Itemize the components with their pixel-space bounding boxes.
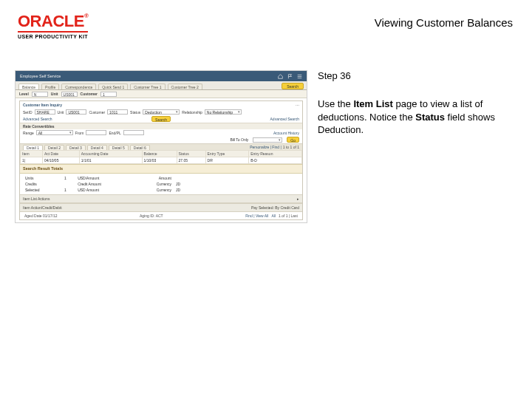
account-history-link[interactable]: Account History	[273, 131, 299, 135]
grid-controls: Bill To Only Go	[20, 136, 302, 143]
col-balance: Balance	[142, 151, 177, 157]
to-label: End/PL	[109, 131, 120, 135]
unit2-label: Unit	[58, 110, 64, 115]
detail-tab-6[interactable]: Detail 6	[130, 145, 150, 150]
status-dropdown[interactable]: Deduction	[143, 109, 180, 115]
from-label: From	[75, 131, 84, 135]
personalize-link[interactable]: Personalize | Find |	[250, 145, 282, 150]
flag-icon[interactable]	[287, 74, 293, 79]
convertibles-head: Rate Convertibles	[20, 123, 302, 129]
setid-input[interactable]: SHARE	[35, 109, 55, 115]
billto-label: Bill To Only	[230, 137, 248, 142]
search-button[interactable]: Search	[282, 83, 304, 89]
detail-tab-3[interactable]: Detail 3	[66, 145, 86, 150]
tab-custtree2[interactable]: Customer Tree 2	[168, 83, 202, 89]
inquiry-panel: Customer Item Inquiry ⋯ SetID SHARE Unit…	[19, 100, 303, 220]
aging-id: Aging ID: ACT	[140, 214, 163, 218]
detail-tabstrip: Detail 1 Detail 2 Detail 3 Detail 4 Deta…	[20, 143, 302, 150]
customer-label: Customer	[81, 92, 98, 96]
detail-tab-1[interactable]: Detail 1	[23, 145, 43, 150]
level-label: Level	[19, 92, 29, 96]
aging-bar: Aged Date 01/17/12 Aging ID: ACT Find | …	[20, 212, 302, 219]
adv-search-link-2[interactable]: Advanced Search	[270, 117, 299, 121]
unit-label: Unit	[51, 92, 58, 96]
table-header-row: Item Act Date Accounting Date Balance St…	[21, 151, 302, 157]
go-button[interactable]: Go	[287, 137, 299, 143]
billto-dropdown[interactable]	[253, 137, 282, 143]
tab-quicksend[interactable]: Quick Send 1	[98, 83, 128, 89]
customer-field[interactable]: 1	[100, 92, 117, 97]
status-label: Status	[130, 110, 140, 115]
logo-block: ORACLE® USER PRODUCTIVITY KIT	[18, 13, 88, 39]
range-dropdown[interactable]: All	[36, 130, 73, 135]
panel-right: ⋯	[296, 103, 299, 107]
tab-custtree1[interactable]: Customer Tree 1	[130, 83, 165, 89]
all-link[interactable]: All	[271, 214, 276, 218]
inquiry-title: Customer Item Inquiry	[23, 103, 62, 107]
detail-tab-2[interactable]: Detail 2	[44, 145, 64, 150]
ss-tabstrip: Balance Profile Correspondence Quick Sen…	[16, 81, 307, 90]
section-itemlist[interactable]: Item List Actions▸	[20, 194, 302, 203]
context-bar: Level N Unit US001 Customer 1	[16, 90, 307, 98]
range-label: Range	[23, 131, 34, 135]
pager-text: 1 of 1 | Last	[279, 214, 298, 218]
table-row[interactable]: 1| 04/10/05 1/1/01 1/10/03 27.05 DR B-D	[21, 157, 302, 164]
section-itemaction: Item Action/Credit/Debit Pay Selected: B…	[20, 203, 302, 212]
unit2-input[interactable]: US001	[66, 109, 86, 115]
col-status: Status	[177, 151, 205, 157]
tab-balance[interactable]: Balance	[18, 83, 39, 89]
results-head: Search Result Totals	[20, 164, 302, 174]
oracle-logo: ORACLE®	[18, 13, 88, 30]
filter-row-2: Advanced Search Search Advanced Search	[20, 115, 302, 123]
tab-correspondence[interactable]: Correspondence	[61, 83, 96, 89]
item-table: Item Act Date Accounting Date Balance St…	[20, 150, 302, 164]
level-field[interactable]: N	[32, 92, 48, 97]
setid-label: SetID	[23, 110, 33, 115]
unit-field[interactable]: US001	[61, 92, 78, 97]
aged-date: Aged Date 01/17/12	[24, 214, 57, 218]
from-input[interactable]	[86, 130, 106, 135]
menu-icon[interactable]	[297, 74, 302, 79]
totals-row: CreditsCredit AmountCurrencyJD	[23, 181, 192, 187]
section-right: Pay Selected: By Credit Card	[251, 205, 299, 210]
section-left: Item Action/Credit/Debit	[23, 205, 62, 210]
to-input[interactable]	[123, 130, 144, 135]
upk-subtitle: USER PRODUCTIVITY KIT	[18, 31, 88, 39]
col-entryreason: Entry Reason	[249, 151, 302, 157]
totals-row: Units1USD/AmountAmount	[23, 175, 192, 181]
detail-tab-5[interactable]: Detail 5	[109, 145, 129, 150]
header: ORACLE® USER PRODUCTIVITY KIT Viewing Cu…	[0, 0, 532, 44]
filter-row-1: SetID SHARE Unit US001 Customer 1011 Sta…	[20, 109, 302, 115]
instruction-text: Use the Item List page to view a list of…	[318, 98, 517, 137]
relationship-dropdown[interactable]: No Relationship	[205, 109, 242, 115]
totals-row: Selected1USD AmountCurrencyJD	[23, 187, 192, 193]
adv-search-link[interactable]: Advanced Search	[23, 117, 52, 121]
embedded-screenshot: Employee Self Service Balance Profile Co…	[15, 70, 307, 223]
tab-profile[interactable]: Profile	[41, 83, 59, 89]
col-actdate: Act Date	[42, 151, 79, 157]
customer2-input[interactable]: 1011	[107, 109, 128, 115]
step-label: Step 36	[318, 70, 517, 81]
row-count: 1 to 1 of 1	[283, 145, 299, 150]
page-title: Viewing Customer Balances	[375, 16, 513, 29]
viewall-link[interactable]: Find | View All	[245, 214, 268, 218]
search-btn-2[interactable]: Search	[151, 116, 171, 122]
col-entrytype: Entry Type	[205, 151, 249, 157]
detail-tab-4[interactable]: Detail 4	[87, 145, 107, 150]
filter-row-3: Range All From End/PL Account History	[20, 129, 302, 136]
home-icon[interactable]	[278, 74, 283, 79]
col-item: Item	[21, 151, 43, 157]
customer2-label: Customer	[89, 110, 105, 115]
totals-table: Units1USD/AmountAmount CreditsCredit Amo…	[23, 175, 192, 193]
instruction-panel: Step 36 Use the Item List page to view a…	[318, 70, 517, 223]
relationship-label: Relationship	[182, 110, 202, 115]
col-accdate: Accounting Date	[79, 151, 142, 157]
ss-topbar: Employee Self Service	[16, 71, 307, 81]
ss-app-title: Employee Self Service	[20, 74, 61, 79]
